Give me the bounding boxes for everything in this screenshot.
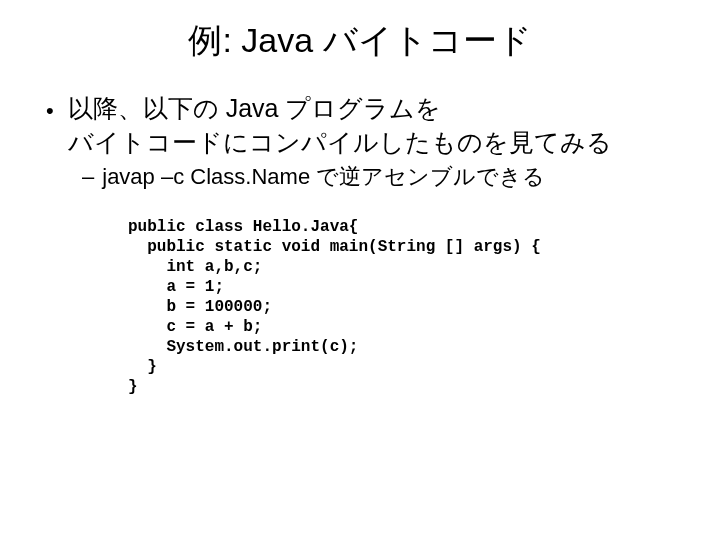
bullet-1-line-2: バイトコードにコンパイルしたものを見てみる bbox=[68, 128, 612, 156]
slide: 例: Java バイトコード • 以降、以下の Java プログラムを バイトコ… bbox=[0, 0, 720, 540]
bullet-dash-icon: – bbox=[82, 162, 94, 192]
bullet-2-text: javap –c Class.Name で逆アセンブルできる bbox=[102, 162, 545, 192]
bullet-item-1: • 以降、以下の Java プログラムを バイトコードにコンパイルしたものを見て… bbox=[46, 92, 680, 160]
bullet-text-1: 以降、以下の Java プログラムを バイトコードにコンパイルしたものを見てみる bbox=[68, 92, 612, 160]
bullet-1-line-1: 以降、以下の Java プログラムを bbox=[68, 94, 442, 122]
bullet-dot-icon: • bbox=[46, 96, 54, 126]
bullet-item-2: – javap –c Class.Name で逆アセンブルできる bbox=[82, 162, 680, 192]
slide-title: 例: Java バイトコード bbox=[40, 18, 680, 64]
code-block: public class Hello.Java{ public static v… bbox=[128, 217, 680, 397]
